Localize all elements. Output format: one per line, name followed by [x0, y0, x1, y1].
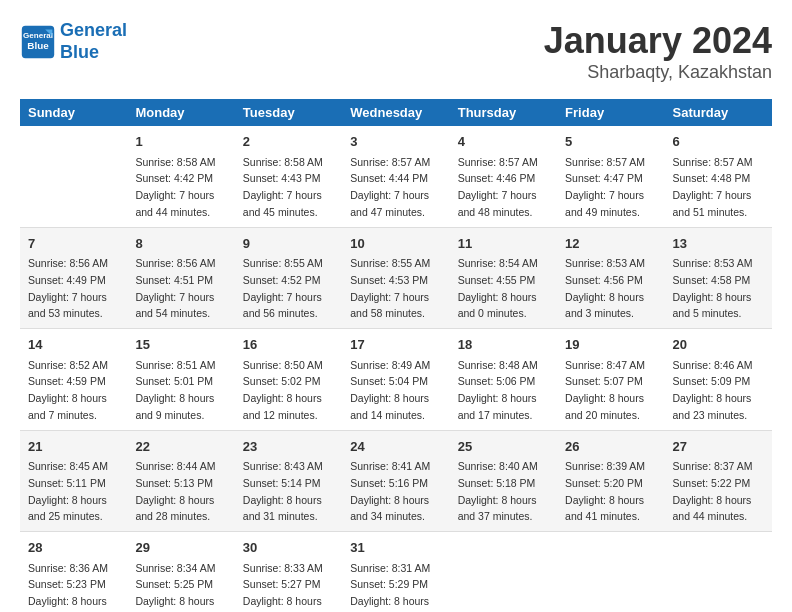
table-row: 24 Sunrise: 8:41 AMSunset: 5:16 PMDaylig… [342, 430, 449, 532]
day-info: Sunrise: 8:56 AMSunset: 4:49 PMDaylight:… [28, 257, 108, 319]
day-number: 12 [565, 234, 656, 254]
day-number: 30 [243, 538, 334, 558]
day-number: 17 [350, 335, 441, 355]
day-number: 14 [28, 335, 119, 355]
day-info: Sunrise: 8:53 AMSunset: 4:58 PMDaylight:… [673, 257, 753, 319]
table-row: 30 Sunrise: 8:33 AMSunset: 5:27 PMDaylig… [235, 532, 342, 613]
day-info: Sunrise: 8:37 AMSunset: 5:22 PMDaylight:… [673, 460, 753, 522]
calendar-header-row: Sunday Monday Tuesday Wednesday Thursday… [20, 99, 772, 126]
day-number: 18 [458, 335, 549, 355]
table-row [665, 532, 772, 613]
day-info: Sunrise: 8:51 AMSunset: 5:01 PMDaylight:… [135, 359, 215, 421]
day-info: Sunrise: 8:49 AMSunset: 5:04 PMDaylight:… [350, 359, 430, 421]
day-info: Sunrise: 8:52 AMSunset: 4:59 PMDaylight:… [28, 359, 108, 421]
day-info: Sunrise: 8:58 AMSunset: 4:43 PMDaylight:… [243, 156, 323, 218]
day-info: Sunrise: 8:57 AMSunset: 4:46 PMDaylight:… [458, 156, 538, 218]
table-row: 3 Sunrise: 8:57 AMSunset: 4:44 PMDayligh… [342, 126, 449, 227]
day-number: 8 [135, 234, 226, 254]
calendar-week-row: 28 Sunrise: 8:36 AMSunset: 5:23 PMDaylig… [20, 532, 772, 613]
table-row: 4 Sunrise: 8:57 AMSunset: 4:46 PMDayligh… [450, 126, 557, 227]
day-number: 25 [458, 437, 549, 457]
day-number: 19 [565, 335, 656, 355]
svg-text:Blue: Blue [27, 40, 49, 51]
day-info: Sunrise: 8:33 AMSunset: 5:27 PMDaylight:… [243, 562, 323, 613]
day-info: Sunrise: 8:31 AMSunset: 5:29 PMDaylight:… [350, 562, 430, 613]
logo-icon: General Blue [20, 24, 56, 60]
day-info: Sunrise: 8:55 AMSunset: 4:52 PMDaylight:… [243, 257, 323, 319]
day-info: Sunrise: 8:40 AMSunset: 5:18 PMDaylight:… [458, 460, 538, 522]
day-info: Sunrise: 8:34 AMSunset: 5:25 PMDaylight:… [135, 562, 215, 613]
col-saturday: Saturday [665, 99, 772, 126]
table-row: 27 Sunrise: 8:37 AMSunset: 5:22 PMDaylig… [665, 430, 772, 532]
col-friday: Friday [557, 99, 664, 126]
table-row: 23 Sunrise: 8:43 AMSunset: 5:14 PMDaylig… [235, 430, 342, 532]
table-row: 1 Sunrise: 8:58 AMSunset: 4:42 PMDayligh… [127, 126, 234, 227]
table-row: 20 Sunrise: 8:46 AMSunset: 5:09 PMDaylig… [665, 329, 772, 431]
table-row: 25 Sunrise: 8:40 AMSunset: 5:18 PMDaylig… [450, 430, 557, 532]
col-monday: Monday [127, 99, 234, 126]
day-number: 5 [565, 132, 656, 152]
day-number: 7 [28, 234, 119, 254]
table-row: 16 Sunrise: 8:50 AMSunset: 5:02 PMDaylig… [235, 329, 342, 431]
day-info: Sunrise: 8:47 AMSunset: 5:07 PMDaylight:… [565, 359, 645, 421]
table-row: 5 Sunrise: 8:57 AMSunset: 4:47 PMDayligh… [557, 126, 664, 227]
table-row: 12 Sunrise: 8:53 AMSunset: 4:56 PMDaylig… [557, 227, 664, 329]
table-row: 21 Sunrise: 8:45 AMSunset: 5:11 PMDaylig… [20, 430, 127, 532]
col-sunday: Sunday [20, 99, 127, 126]
table-row: 19 Sunrise: 8:47 AMSunset: 5:07 PMDaylig… [557, 329, 664, 431]
day-number: 28 [28, 538, 119, 558]
day-number: 26 [565, 437, 656, 457]
day-info: Sunrise: 8:41 AMSunset: 5:16 PMDaylight:… [350, 460, 430, 522]
day-number: 11 [458, 234, 549, 254]
day-info: Sunrise: 8:36 AMSunset: 5:23 PMDaylight:… [28, 562, 108, 613]
month-title: January 2024 [544, 20, 772, 62]
table-row: 28 Sunrise: 8:36 AMSunset: 5:23 PMDaylig… [20, 532, 127, 613]
day-number: 16 [243, 335, 334, 355]
day-number: 29 [135, 538, 226, 558]
calendar-week-row: 1 Sunrise: 8:58 AMSunset: 4:42 PMDayligh… [20, 126, 772, 227]
table-row: 18 Sunrise: 8:48 AMSunset: 5:06 PMDaylig… [450, 329, 557, 431]
day-info: Sunrise: 8:58 AMSunset: 4:42 PMDaylight:… [135, 156, 215, 218]
day-number: 21 [28, 437, 119, 457]
day-number: 3 [350, 132, 441, 152]
logo-text: General Blue [60, 20, 127, 63]
day-number: 13 [673, 234, 764, 254]
day-info: Sunrise: 8:45 AMSunset: 5:11 PMDaylight:… [28, 460, 108, 522]
table-row [450, 532, 557, 613]
table-row: 10 Sunrise: 8:55 AMSunset: 4:53 PMDaylig… [342, 227, 449, 329]
col-wednesday: Wednesday [342, 99, 449, 126]
table-row: 29 Sunrise: 8:34 AMSunset: 5:25 PMDaylig… [127, 532, 234, 613]
table-row: 14 Sunrise: 8:52 AMSunset: 4:59 PMDaylig… [20, 329, 127, 431]
table-row: 17 Sunrise: 8:49 AMSunset: 5:04 PMDaylig… [342, 329, 449, 431]
table-row: 13 Sunrise: 8:53 AMSunset: 4:58 PMDaylig… [665, 227, 772, 329]
day-info: Sunrise: 8:39 AMSunset: 5:20 PMDaylight:… [565, 460, 645, 522]
day-info: Sunrise: 8:57 AMSunset: 4:47 PMDaylight:… [565, 156, 645, 218]
day-number: 6 [673, 132, 764, 152]
day-info: Sunrise: 8:50 AMSunset: 5:02 PMDaylight:… [243, 359, 323, 421]
day-info: Sunrise: 8:56 AMSunset: 4:51 PMDaylight:… [135, 257, 215, 319]
day-info: Sunrise: 8:44 AMSunset: 5:13 PMDaylight:… [135, 460, 215, 522]
day-info: Sunrise: 8:55 AMSunset: 4:53 PMDaylight:… [350, 257, 430, 319]
table-row [20, 126, 127, 227]
table-row [557, 532, 664, 613]
day-info: Sunrise: 8:46 AMSunset: 5:09 PMDaylight:… [673, 359, 753, 421]
day-number: 31 [350, 538, 441, 558]
logo: General Blue General Blue [20, 20, 127, 63]
table-row: 11 Sunrise: 8:54 AMSunset: 4:55 PMDaylig… [450, 227, 557, 329]
table-row: 6 Sunrise: 8:57 AMSunset: 4:48 PMDayligh… [665, 126, 772, 227]
day-number: 20 [673, 335, 764, 355]
page-header: General Blue General Blue January 2024 S… [20, 20, 772, 83]
title-block: January 2024 Sharbaqty, Kazakhstan [544, 20, 772, 83]
table-row: 9 Sunrise: 8:55 AMSunset: 4:52 PMDayligh… [235, 227, 342, 329]
svg-text:General: General [23, 31, 53, 40]
calendar-week-row: 14 Sunrise: 8:52 AMSunset: 4:59 PMDaylig… [20, 329, 772, 431]
day-number: 27 [673, 437, 764, 457]
table-row: 2 Sunrise: 8:58 AMSunset: 4:43 PMDayligh… [235, 126, 342, 227]
table-row: 7 Sunrise: 8:56 AMSunset: 4:49 PMDayligh… [20, 227, 127, 329]
col-tuesday: Tuesday [235, 99, 342, 126]
calendar-table: Sunday Monday Tuesday Wednesday Thursday… [20, 99, 772, 612]
col-thursday: Thursday [450, 99, 557, 126]
calendar-week-row: 7 Sunrise: 8:56 AMSunset: 4:49 PMDayligh… [20, 227, 772, 329]
location-title: Sharbaqty, Kazakhstan [544, 62, 772, 83]
table-row: 22 Sunrise: 8:44 AMSunset: 5:13 PMDaylig… [127, 430, 234, 532]
